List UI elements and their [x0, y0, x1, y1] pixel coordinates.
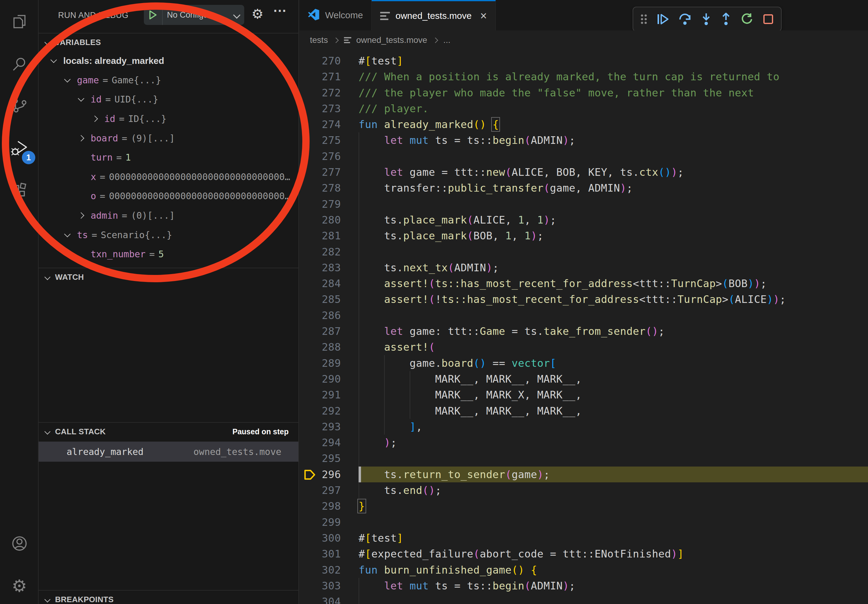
- line-content[interactable]: let game: ttt::Game = ts.take_from_sende…: [358, 323, 868, 339]
- line-number[interactable]: 270: [299, 53, 358, 69]
- line-number[interactable]: 280: [299, 212, 358, 228]
- line-number[interactable]: 303: [299, 578, 358, 594]
- code-line-295[interactable]: 295: [299, 451, 868, 466]
- variable-row-turn[interactable]: turn=1: [39, 148, 298, 167]
- line-number[interactable]: 288: [299, 339, 358, 355]
- variable-row-o[interactable]: o=00000000000000000000000000000000…: [39, 186, 298, 206]
- extensions-button[interactable]: [0, 175, 39, 208]
- call-stack-section-header[interactable]: CALL STACK Paused on step: [39, 422, 298, 440]
- variable-row-admin[interactable]: admin=(0)[...]: [39, 206, 298, 225]
- line-number[interactable]: 292: [299, 403, 358, 419]
- variable-row-game[interactable]: game=Game{...}: [39, 71, 298, 90]
- line-number[interactable]: 278: [299, 180, 358, 196]
- continue-icon[interactable]: [657, 13, 670, 26]
- chevron-right-icon[interactable]: [78, 212, 84, 219]
- variable-row-txn_number[interactable]: txn_number=5: [39, 245, 298, 264]
- line-content[interactable]: #[test]: [358, 53, 868, 69]
- line-content[interactable]: let mut ts = ts::begin(ADMIN);: [358, 578, 868, 594]
- chevron-right-icon[interactable]: [91, 116, 98, 122]
- code-line-282[interactable]: 282: [299, 244, 868, 260]
- line-content[interactable]: MARK__, MARK_X, MARK__,: [358, 387, 868, 403]
- code-line-285[interactable]: 285 assert!(!ts::has_most_recent_for_add…: [299, 291, 868, 307]
- code-line-286[interactable]: 286: [299, 307, 868, 323]
- source-control-button[interactable]: [0, 90, 39, 123]
- code-line-296[interactable]: 296 ts.return_to_sender(game);: [299, 466, 868, 482]
- code-line-279[interactable]: 279: [299, 196, 868, 212]
- settings-button[interactable]: ⚙: [0, 569, 39, 603]
- line-content[interactable]: }: [358, 498, 868, 514]
- line-content[interactable]: [358, 196, 868, 212]
- line-content[interactable]: /// the player who made the "false" move…: [358, 85, 868, 101]
- line-number[interactable]: 277: [299, 164, 358, 180]
- code-line-298[interactable]: 298}: [299, 498, 868, 514]
- variable-row-board[interactable]: board=(9)[...]: [39, 129, 298, 148]
- accounts-button[interactable]: [0, 527, 39, 561]
- line-content[interactable]: ts.end();: [358, 482, 868, 498]
- more-actions-icon[interactable]: ···: [273, 4, 287, 18]
- line-number[interactable]: 289: [299, 355, 358, 371]
- variable-row-x[interactable]: x=00000000000000000000000000000000…: [39, 167, 298, 187]
- drag-grip-icon[interactable]: [640, 13, 648, 25]
- code-line-297[interactable]: 297 ts.end();: [299, 482, 868, 498]
- code-line-290[interactable]: 290 MARK__, MARK__, MARK__,: [299, 371, 868, 387]
- stop-icon[interactable]: [762, 13, 774, 25]
- breadcrumb-item-file[interactable]: owned_tests.move: [356, 35, 427, 45]
- line-content[interactable]: let mut ts = ts::begin(ADMIN);: [358, 132, 868, 148]
- line-content[interactable]: [358, 514, 868, 530]
- code-line-304[interactable]: 304: [299, 594, 868, 604]
- line-content[interactable]: [358, 307, 868, 323]
- chevron-right-icon[interactable]: [78, 135, 84, 141]
- line-content[interactable]: ts.return_to_sender(game);: [358, 466, 868, 482]
- line-content[interactable]: transfer::public_transfer(game, ADMIN);: [358, 180, 868, 196]
- chevron-down-icon[interactable]: [64, 76, 71, 82]
- line-content[interactable]: ts.next_tx(ADMIN);: [358, 260, 868, 276]
- line-number[interactable]: 274: [299, 116, 358, 132]
- breakpoints-section-header[interactable]: BREAKPOINTS: [39, 590, 298, 604]
- code-line-284[interactable]: 284 assert!(ts::has_most_recent_for_addr…: [299, 276, 868, 291]
- line-number[interactable]: 296: [299, 466, 358, 482]
- line-number[interactable]: 302: [299, 562, 358, 578]
- code-line-299[interactable]: 299: [299, 514, 868, 530]
- line-content[interactable]: fun burn_unfinished_game() {: [358, 562, 868, 578]
- code-line-281[interactable]: 281 ts.place_mark(BOB, 1, 1);: [299, 228, 868, 244]
- line-content[interactable]: ts.place_mark(BOB, 1, 1);: [358, 228, 868, 244]
- code-line-289[interactable]: 289 game.board() == vector[: [299, 355, 868, 371]
- code-line-283[interactable]: 283 ts.next_tx(ADMIN);: [299, 260, 868, 276]
- code-line-272[interactable]: 272/// the player who made the "false" m…: [299, 85, 868, 101]
- line-content[interactable]: assert!(: [358, 339, 868, 355]
- line-number[interactable]: 294: [299, 435, 358, 451]
- line-number[interactable]: 304: [299, 594, 358, 604]
- line-number[interactable]: 285: [299, 291, 358, 307]
- line-content[interactable]: [358, 244, 868, 260]
- line-number[interactable]: 284: [299, 276, 358, 291]
- code-line-302[interactable]: 302fun burn_unfinished_game() {: [299, 562, 868, 578]
- step-into-icon[interactable]: [701, 13, 711, 26]
- code-line-292[interactable]: 292 MARK__, MARK__, MARK__,: [299, 403, 868, 419]
- line-content[interactable]: MARK__, MARK__, MARK__,: [358, 403, 868, 419]
- watch-section-header[interactable]: WATCH: [39, 268, 298, 286]
- line-number[interactable]: 290: [299, 371, 358, 387]
- tab-welcome[interactable]: Welcome: [299, 0, 372, 30]
- explorer-button[interactable]: [0, 5, 39, 39]
- code-line-277[interactable]: 277 let game = ttt::new(ALICE, BOB, KEY,…: [299, 164, 868, 180]
- line-number[interactable]: 272: [299, 85, 358, 101]
- breadcrumb-item-tests[interactable]: tests: [310, 35, 328, 45]
- line-number[interactable]: 299: [299, 514, 358, 530]
- line-content[interactable]: assert!(!ts::has_most_recent_for_address…: [358, 291, 868, 307]
- line-number[interactable]: 281: [299, 228, 358, 244]
- line-content[interactable]: /// When a position is already marked, t…: [358, 69, 868, 85]
- code-line-280[interactable]: 280 ts.place_mark(ALICE, 1, 1);: [299, 212, 868, 228]
- line-content[interactable]: [358, 594, 868, 604]
- line-number[interactable]: 273: [299, 101, 358, 116]
- line-number[interactable]: 276: [299, 149, 358, 164]
- line-content[interactable]: MARK__, MARK__, MARK__,: [358, 371, 868, 387]
- code-line-273[interactable]: 273/// player.: [299, 101, 868, 116]
- line-number[interactable]: 282: [299, 244, 358, 260]
- line-content[interactable]: [358, 149, 868, 164]
- code-line-270[interactable]: 270#[test]: [299, 53, 868, 69]
- line-content[interactable]: /// player.: [358, 101, 868, 116]
- variable-row-id[interactable]: id=ID{...}: [39, 109, 298, 129]
- code-line-275[interactable]: 275 let mut ts = ts::begin(ADMIN);: [299, 132, 868, 148]
- chevron-down-icon[interactable]: [78, 96, 84, 102]
- variable-row-ts[interactable]: ts=Scenario{...}: [39, 225, 298, 245]
